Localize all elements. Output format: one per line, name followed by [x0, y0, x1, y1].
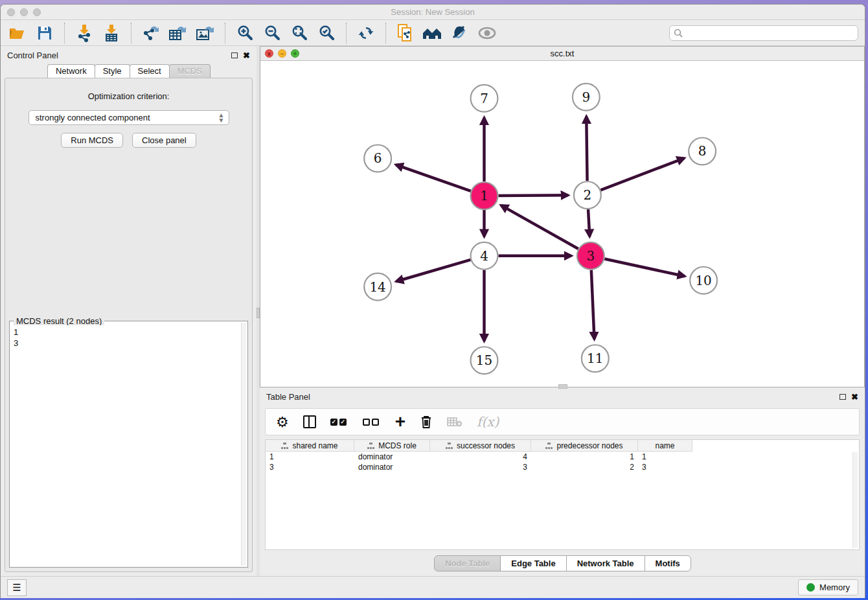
- delete-table-icon-disabled: [447, 417, 463, 427]
- duplicate-network-icon[interactable]: [395, 23, 416, 43]
- horizontal-divider-grip[interactable]: [558, 384, 567, 389]
- table-panel: Table Panel ✖ ⚙ ✓✓ +: [260, 387, 865, 576]
- column-header-name[interactable]: name: [638, 440, 692, 452]
- optimization-criterion-select[interactable]: strongly connected component ▲▼: [29, 110, 229, 125]
- graph-node-label-15: 15: [476, 353, 492, 368]
- float-panel-icon[interactable]: [231, 52, 238, 58]
- table-row[interactable]: 1 dominator 4 1 1: [266, 452, 859, 462]
- node-table: shared name MCDS role successor nodes pr…: [265, 439, 860, 550]
- graph-edge-1-6: [396, 165, 470, 191]
- mcds-result-text[interactable]: 1 3: [11, 325, 241, 566]
- graph-node-label-11: 11: [587, 351, 603, 366]
- close-table-panel-icon[interactable]: ✖: [851, 393, 858, 401]
- memory-button[interactable]: Memory: [798, 579, 858, 595]
- network-window-titlebar: scc.txt x − +: [260, 47, 864, 61]
- control-panel-tabs: Network Style Select MCDS: [1, 64, 257, 78]
- control-panel-title: Control Panel: [7, 51, 58, 60]
- result-scrollbar[interactable]: [241, 323, 246, 566]
- network-window-title: scc.txt: [260, 49, 864, 58]
- selected-criterion: strongly connected component: [36, 113, 150, 122]
- save-session-icon[interactable]: [34, 23, 55, 43]
- graph-node-label-9: 9: [582, 90, 591, 105]
- add-column-icon[interactable]: +: [395, 415, 405, 428]
- import-network-icon[interactable]: [74, 23, 95, 43]
- deselect-all-columns-icon[interactable]: [363, 419, 381, 426]
- app-window: Session: New Session: [0, 4, 865, 598]
- import-table-icon[interactable]: [101, 23, 122, 43]
- export-network-icon[interactable]: [141, 23, 161, 43]
- search-icon: [674, 29, 683, 38]
- close-panel-icon[interactable]: ✖: [243, 51, 250, 60]
- zoom-out-icon[interactable]: [262, 23, 282, 43]
- network-window: scc.txt x − + 1234678910111415: [260, 46, 865, 387]
- tab-select[interactable]: Select: [130, 64, 170, 78]
- table-scrollbar[interactable]: [852, 452, 858, 548]
- task-history-icon[interactable]: ☰: [7, 579, 27, 596]
- graph-node-label-3: 3: [586, 249, 595, 264]
- tab-mcds[interactable]: MCDS: [169, 64, 211, 78]
- show-all-icon[interactable]: [477, 23, 497, 43]
- hide-selected-icon[interactable]: [450, 23, 470, 43]
- control-panel: Control Panel ✖ Network Style Select MCD…: [1, 46, 260, 576]
- tab-motifs[interactable]: Motifs: [645, 555, 691, 571]
- status-bar: ☰ Memory: [1, 576, 865, 598]
- column-header-mcds-role[interactable]: MCDS role: [354, 440, 430, 452]
- graph-node-label-2: 2: [584, 188, 592, 203]
- memory-status-icon: [806, 583, 815, 592]
- tab-network-table[interactable]: Network Table: [566, 555, 645, 571]
- refresh-icon[interactable]: [356, 23, 376, 43]
- graph-edge-2-9: [586, 117, 587, 181]
- select-all-columns-icon[interactable]: ✓✓: [330, 419, 348, 426]
- graph-edge-3-10: [604, 259, 685, 276]
- open-session-icon[interactable]: [7, 23, 28, 43]
- main-toolbar: [1, 20, 865, 46]
- search-input[interactable]: [685, 29, 854, 38]
- graph-node-label-6: 6: [374, 151, 382, 166]
- function-builder-icon-disabled: f(x): [477, 414, 499, 430]
- graph-node-label-1: 1: [480, 189, 488, 203]
- column-header-successor-nodes[interactable]: successor nodes: [430, 440, 531, 452]
- toolbar-separator: [225, 23, 225, 43]
- graph-edge-3-11: [591, 270, 595, 340]
- tab-node-table[interactable]: Node Table: [434, 555, 501, 571]
- graph-edge-2-8: [600, 158, 684, 190]
- optimization-criterion-label: Optimization criterion:: [88, 91, 170, 101]
- mcds-result-title: MCDS result (2 nodes): [14, 316, 104, 326]
- graph-edge-2-3: [588, 209, 589, 237]
- column-type-icon: [281, 443, 288, 449]
- graph-node-label-14: 14: [369, 280, 385, 295]
- close-panel-button[interactable]: Close panel: [132, 133, 196, 148]
- column-header-predecessor-nodes[interactable]: predecessor nodes: [531, 440, 638, 452]
- memory-label: Memory: [819, 583, 850, 592]
- run-mcds-button[interactable]: Run MCDS: [61, 133, 123, 148]
- zoom-selected-icon[interactable]: [316, 23, 337, 43]
- tab-style[interactable]: Style: [95, 64, 130, 78]
- graph-edge-1-2: [498, 195, 568, 196]
- zoom-fit-icon[interactable]: [289, 23, 310, 43]
- export-table-icon[interactable]: [168, 23, 188, 43]
- column-type-icon: [545, 443, 553, 449]
- window-title: Session: New Session: [1, 7, 865, 17]
- graph-edge-3-1: [501, 205, 578, 249]
- network-graph[interactable]: 1234678910111415: [260, 61, 864, 387]
- graph-node-label-10: 10: [695, 273, 711, 288]
- titlebar: Session: New Session: [1, 5, 865, 20]
- select-stepper-icon: ▲▼: [218, 113, 225, 123]
- table-settings-icon[interactable]: ⚙: [276, 414, 289, 430]
- graph-edge-4-14: [396, 260, 471, 281]
- export-image-icon[interactable]: [195, 23, 216, 43]
- column-type-icon: [446, 443, 453, 449]
- delete-column-icon[interactable]: [420, 415, 433, 429]
- tab-network[interactable]: Network: [47, 64, 95, 78]
- table-row[interactable]: 3 dominator 3 2 3: [266, 462, 859, 472]
- column-header-shared-name[interactable]: shared name: [266, 440, 354, 452]
- search-box[interactable]: [669, 25, 858, 41]
- first-neighbors-icon[interactable]: [422, 23, 443, 43]
- tab-edge-table[interactable]: Edge Table: [500, 555, 566, 571]
- zoom-in-icon[interactable]: [234, 23, 255, 43]
- show-columns-icon[interactable]: [303, 415, 316, 428]
- toolbar-separator: [346, 23, 347, 43]
- table-toolbar: ⚙ ✓✓ + f(x): [265, 408, 860, 435]
- toolbar-separator: [131, 23, 131, 43]
- float-table-panel-icon[interactable]: [839, 394, 846, 400]
